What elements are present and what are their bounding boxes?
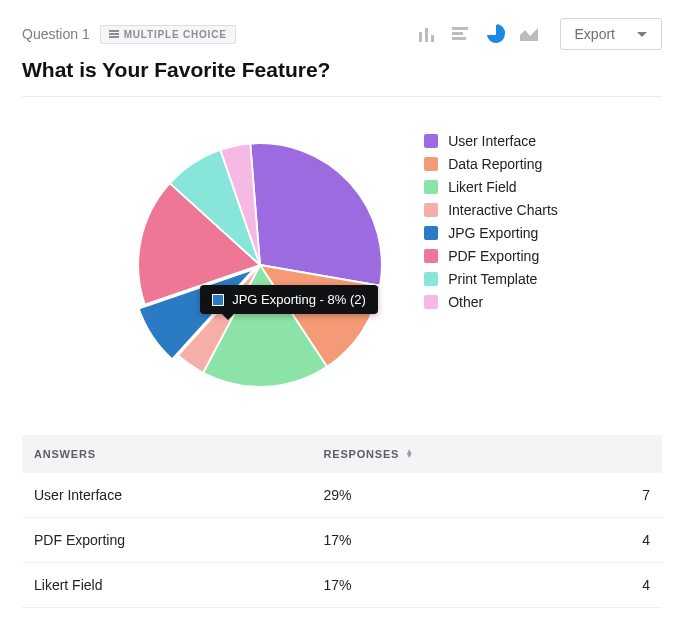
cell-pct: 17% xyxy=(324,577,509,593)
cell-count: 4 xyxy=(508,577,650,593)
legend-item[interactable]: JPG Exporting xyxy=(424,225,558,241)
legend-swatch xyxy=(424,180,438,194)
svg-rect-1 xyxy=(425,28,428,42)
legend-item[interactable]: Other xyxy=(424,294,558,310)
divider xyxy=(22,96,662,97)
export-button[interactable]: Export xyxy=(560,18,662,50)
legend-swatch xyxy=(424,272,438,286)
table-row: User Interface29%7 xyxy=(22,473,662,518)
svg-rect-3 xyxy=(452,27,468,30)
legend-label: User Interface xyxy=(448,133,536,149)
export-label: Export xyxy=(575,26,615,42)
question-type-label: MULTIPLE CHOICE xyxy=(124,29,227,40)
area-chart-icon[interactable] xyxy=(514,21,544,47)
chevron-down-icon xyxy=(637,32,647,37)
legend-swatch xyxy=(424,134,438,148)
legend-item[interactable]: Likert Field xyxy=(424,179,558,195)
legend-label: Interactive Charts xyxy=(448,202,558,218)
legend-item[interactable]: User Interface xyxy=(424,133,558,149)
cell-answer: PDF Exporting xyxy=(34,532,324,548)
chart-tooltip: JPG Exporting - 8% (2) xyxy=(200,285,378,314)
list-icon xyxy=(109,30,119,38)
question-number: Question 1 xyxy=(22,26,90,42)
legend-item[interactable]: Print Template xyxy=(424,271,558,287)
col-answers[interactable]: ANSWERS xyxy=(34,448,324,460)
question-type-badge: MULTIPLE CHOICE xyxy=(100,25,236,44)
legend-swatch xyxy=(424,226,438,240)
col-responses[interactable]: RESPONSES ▲▼ xyxy=(324,448,509,460)
svg-rect-0 xyxy=(419,32,422,42)
chart-legend: User InterfaceData ReportingLikert Field… xyxy=(424,131,558,310)
legend-label: JPG Exporting xyxy=(448,225,538,241)
legend-label: Data Reporting xyxy=(448,156,542,172)
legend-item[interactable]: Data Reporting xyxy=(424,156,558,172)
tooltip-swatch xyxy=(212,294,224,306)
table-row: Data Reporting13%3 xyxy=(22,608,662,618)
cell-count: 7 xyxy=(508,487,650,503)
legend-label: Other xyxy=(448,294,483,310)
svg-rect-2 xyxy=(431,35,434,42)
legend-swatch xyxy=(424,157,438,171)
tooltip-text: JPG Exporting - 8% (2) xyxy=(232,292,366,307)
legend-swatch xyxy=(424,249,438,263)
table-header: ANSWERS RESPONSES ▲▼ xyxy=(22,435,662,473)
legend-swatch xyxy=(424,295,438,309)
hbar-chart-icon[interactable] xyxy=(446,21,476,47)
bar-chart-icon[interactable] xyxy=(412,21,442,47)
cell-pct: 17% xyxy=(324,532,509,548)
cell-answer: Likert Field xyxy=(34,577,324,593)
legend-label: Likert Field xyxy=(448,179,516,195)
cell-answer: User Interface xyxy=(34,487,324,503)
legend-label: Print Template xyxy=(448,271,537,287)
pie-chart[interactable]: JPG Exporting - 8% (2) xyxy=(126,131,394,399)
cell-pct: 29% xyxy=(324,487,509,503)
legend-label: PDF Exporting xyxy=(448,248,539,264)
sort-icon: ▲▼ xyxy=(405,450,414,458)
results-table: ANSWERS RESPONSES ▲▼ User Interface29%7P… xyxy=(22,435,662,618)
table-row: Likert Field17%4 xyxy=(22,563,662,608)
legend-swatch xyxy=(424,203,438,217)
svg-rect-4 xyxy=(452,32,463,35)
legend-item[interactable]: PDF Exporting xyxy=(424,248,558,264)
pie-chart-icon[interactable] xyxy=(480,21,510,47)
page-title: What is Your Favorite Feature? xyxy=(22,58,662,82)
chart-controls: Export xyxy=(412,18,662,50)
svg-rect-5 xyxy=(452,37,466,40)
col-responses-label: RESPONSES xyxy=(324,448,400,460)
table-row: PDF Exporting17%4 xyxy=(22,518,662,563)
cell-count: 4 xyxy=(508,532,650,548)
legend-item[interactable]: Interactive Charts xyxy=(424,202,558,218)
